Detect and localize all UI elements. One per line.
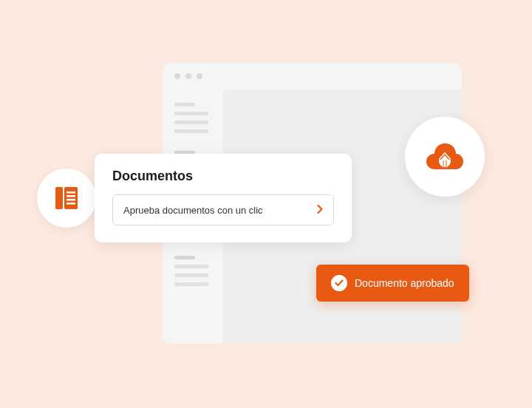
placeholder-line <box>174 273 208 277</box>
placeholder-line <box>174 282 208 286</box>
placeholder-line <box>174 129 208 133</box>
placeholder-line <box>174 265 208 268</box>
chevron-right-icon <box>317 205 323 216</box>
svg-rect-0 <box>55 187 63 209</box>
window-control-dot <box>174 73 180 79</box>
document-icon-badge <box>37 169 96 228</box>
window-control-dot <box>185 73 191 79</box>
svg-rect-3 <box>66 195 75 197</box>
check-icon <box>331 275 347 291</box>
svg-rect-2 <box>66 191 75 194</box>
badge-label: Documento aprobado <box>355 277 454 289</box>
button-label: Aprueba documentos con un clic <box>123 205 263 216</box>
sidebar-block <box>174 103 211 133</box>
placeholder-line <box>174 256 195 259</box>
placeholder-line <box>174 112 208 115</box>
approved-badge: Documento aprobado <box>316 265 469 302</box>
cloud-upload-icon <box>423 139 466 174</box>
placeholder-line <box>174 103 195 106</box>
window-control-dot <box>197 73 202 79</box>
approve-documents-button[interactable]: Aprueba documentos con un clic <box>112 194 334 225</box>
card-title: Documentos <box>112 169 334 184</box>
documents-card: Documentos Aprueba documentos con un cli… <box>95 154 352 242</box>
document-icon <box>52 184 81 212</box>
svg-rect-5 <box>66 203 75 205</box>
svg-rect-4 <box>66 199 75 201</box>
cloud-upload-badge <box>405 117 485 197</box>
sidebar-block <box>174 256 211 286</box>
placeholder-line <box>174 120 208 124</box>
svg-rect-1 <box>64 187 78 209</box>
window-titlebar <box>163 63 462 89</box>
